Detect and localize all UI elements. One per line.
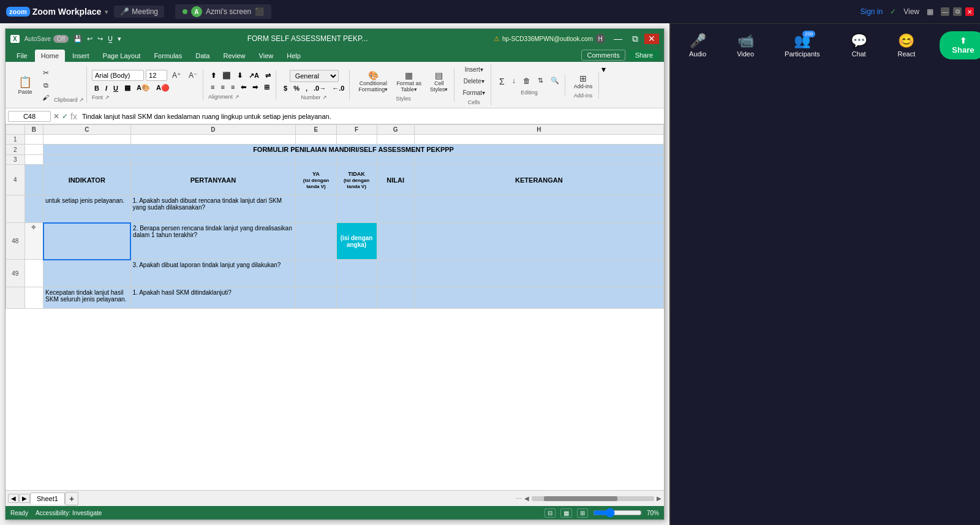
sheet-options-icon[interactable]: ⋯ (516, 495, 522, 502)
sheet-prev-btn[interactable]: ◀ (8, 494, 19, 503)
cell-tidak-last[interactable] (336, 287, 377, 309)
cell-h1[interactable] (414, 135, 663, 145)
undo-icon[interactable]: ↩ (87, 35, 92, 43)
cell-ya-last[interactable] (296, 287, 336, 309)
cell-pertanyaan-last[interactable]: 1. Apakah hasil SKM ditindaklanjuti? (130, 287, 296, 309)
border-btn[interactable]: ▦ (122, 83, 133, 93)
insert-cells-btn[interactable]: Insert▾ (459, 64, 488, 75)
more-tools-icon[interactable]: ▾ (118, 35, 121, 43)
col-g[interactable]: G (377, 125, 414, 135)
increase-indent-btn[interactable]: ➡ (250, 82, 260, 93)
format-painter-btn[interactable]: 🖌 (39, 92, 52, 103)
fill-btn[interactable]: ↓ (509, 75, 519, 88)
video-btn[interactable]: 📹 Video (731, 29, 760, 61)
react-btn[interactable]: 😊 React (892, 29, 922, 61)
col-f[interactable]: F (336, 125, 377, 135)
cell-c3[interactable] (43, 155, 131, 165)
zoom-slider[interactable] (593, 508, 642, 518)
italic-btn[interactable]: I (103, 83, 110, 93)
cell-nilai-48[interactable] (377, 223, 414, 260)
scroll-left-icon[interactable]: ◀ (524, 495, 529, 502)
cell-ya-49[interactable] (296, 260, 336, 287)
save-icon[interactable]: 💾 (74, 35, 82, 43)
decrease-decimal-btn[interactable]: .0→ (311, 83, 328, 93)
cell-f1[interactable] (336, 135, 377, 145)
format-as-table-btn[interactable]: ▦ Format asTable▾ (393, 69, 425, 94)
cell-pertanyaan-48[interactable]: 2. Berapa persen rencana tindak lanjut y… (130, 223, 296, 260)
page-break-view-btn[interactable]: ⊞ (577, 508, 588, 518)
cell-ket-49[interactable] (414, 260, 663, 287)
cell-d1[interactable] (130, 135, 296, 145)
cell-indikator-last[interactable]: Kecepatan tindak lanjut hasil SKM seluru… (43, 287, 131, 309)
tab-home[interactable]: Home (35, 50, 65, 62)
cell-nilai-last[interactable] (377, 287, 414, 309)
cell-g3[interactable] (377, 155, 414, 165)
page-layout-view-btn[interactable]: ▦ (560, 508, 572, 518)
minimize-btn[interactable]: — (941, 7, 949, 16)
excel-restore-btn[interactable]: ⧉ (628, 34, 642, 44)
accounting-btn[interactable]: $ (281, 83, 290, 93)
cell-ya-48[interactable] (296, 223, 336, 260)
cell-nilai-1[interactable] (377, 195, 414, 223)
tab-data[interactable]: Data (189, 50, 216, 62)
cell-c48[interactable] (43, 223, 131, 260)
number-format-select[interactable]: General (290, 70, 339, 82)
copy-btn[interactable]: ⧉ (39, 80, 52, 91)
cell-pertanyaan-1[interactable]: 1. Apakah sudah dibuat rencana tindak la… (130, 195, 296, 223)
cell-c49[interactable] (43, 260, 131, 287)
cell-ket-48[interactable] (414, 223, 663, 260)
cell-tidak-49[interactable] (336, 260, 377, 287)
underline-btn[interactable]: U (111, 83, 121, 93)
tab-view[interactable]: View (253, 50, 280, 62)
align-top-btn[interactable]: ⬆ (208, 70, 219, 81)
autosave-state[interactable]: Off (53, 35, 69, 43)
tab-insert[interactable]: Insert (66, 50, 96, 62)
cell-c1[interactable] (43, 135, 131, 145)
tab-page-layout[interactable]: Page Layout (97, 50, 147, 62)
font-name-input[interactable] (92, 70, 144, 81)
underline-icon[interactable]: U̲ (108, 35, 113, 43)
clear-btn[interactable]: 🗑 (520, 75, 533, 88)
format-cells-btn[interactable]: Format▾ (459, 88, 488, 98)
font-color-btn[interactable]: A🔴 (154, 83, 172, 93)
align-bottom-btn[interactable]: ⬇ (235, 70, 245, 81)
increase-decimal-btn[interactable]: ←.0 (330, 83, 347, 93)
normal-view-btn[interactable]: ⊟ (545, 508, 556, 518)
cell-b3[interactable] (24, 155, 43, 165)
close-btn[interactable]: ✕ (965, 7, 974, 16)
percent-btn[interactable]: % (291, 83, 302, 93)
bold-btn[interactable]: B (92, 83, 102, 93)
cell-nilai-49[interactable] (377, 260, 414, 287)
align-right-btn[interactable]: ≡ (228, 82, 237, 93)
cell-indikator-1[interactable]: untuk setiap jenis pelayanan. (43, 195, 131, 223)
cell-b48[interactable]: ✥ (24, 223, 43, 260)
cell-b-last[interactable] (24, 287, 43, 309)
accessibility-status[interactable]: Accessibility: Investigate (36, 510, 102, 516)
align-center-btn[interactable]: ≡ (218, 82, 227, 93)
excel-minimize-btn[interactable]: — (610, 34, 626, 44)
cell-g1[interactable] (377, 135, 414, 145)
formula-input[interactable] (80, 111, 662, 121)
cell-tidak-1[interactable] (336, 195, 377, 223)
cell-b2[interactable] (24, 145, 43, 155)
cell-h3[interactable] (414, 155, 663, 165)
restore-btn[interactable]: ⧉ (953, 7, 962, 16)
paste-btn[interactable]: 📋 Paste (13, 74, 37, 97)
add-sheet-btn[interactable]: + (65, 492, 78, 505)
horizontal-scrollbar[interactable] (532, 496, 654, 501)
align-left-btn[interactable]: ≡ (208, 82, 217, 93)
sum-btn[interactable]: Σ (496, 75, 508, 88)
increase-font-btn[interactable]: A⁺ (169, 69, 184, 81)
col-e[interactable]: E (296, 125, 336, 135)
sign-in-btn[interactable]: Sign in (861, 7, 883, 16)
col-h[interactable]: H (414, 125, 663, 135)
cell-b1[interactable] (24, 135, 43, 145)
wrap-text-btn[interactable]: ⇌ (263, 70, 273, 81)
sheet-tab-1[interactable]: Sheet1 (30, 493, 65, 504)
cell-b-data1[interactable] (24, 195, 43, 223)
cell-ket-1[interactable] (414, 195, 663, 223)
cell-pertanyaan-49[interactable]: 3. Apakah dibuat laporan tindak lanjut y… (130, 260, 296, 287)
sort-filter-btn[interactable]: ⇅ (535, 75, 546, 88)
cell-tidak-48[interactable]: (isi dengan angka) (336, 223, 377, 260)
excel-close-btn[interactable]: ✕ (644, 34, 659, 44)
